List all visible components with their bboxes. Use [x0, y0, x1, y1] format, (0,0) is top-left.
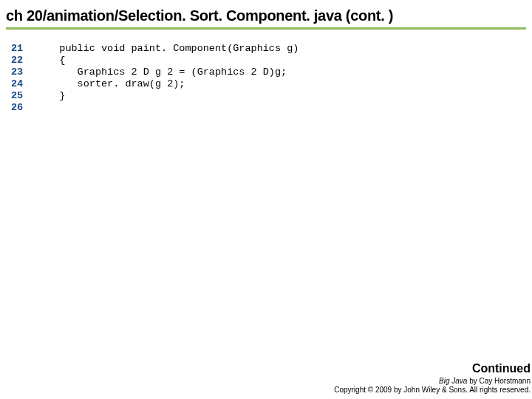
- book-title: Big Java: [439, 377, 467, 385]
- code-line: 25 }: [0, 90, 532, 102]
- line-text: [41, 102, 532, 114]
- line-number: 21: [0, 43, 41, 55]
- code-line: 21 public void paint. Component(Graphics…: [0, 43, 532, 55]
- slide-footer: Continued Big Java by Cay Horstmann Copy…: [334, 362, 531, 395]
- line-number: 24: [0, 78, 41, 90]
- line-number: 25: [0, 90, 41, 102]
- line-text: {: [41, 55, 532, 66]
- line-text: }: [41, 90, 532, 102]
- line-text: public void paint. Component(Graphics g): [41, 43, 532, 55]
- code-listing: 21 public void paint. Component(Graphics…: [0, 30, 532, 114]
- code-line: 22 {: [0, 55, 532, 66]
- line-number: 22: [0, 55, 41, 66]
- line-number: 23: [0, 66, 41, 78]
- author-name: by Cay Horstmann: [467, 377, 531, 385]
- line-text: sorter. draw(g 2);: [41, 78, 532, 90]
- continued-label: Continued: [334, 362, 531, 375]
- copyright-line-1: Big Java by Cay Horstmann: [334, 377, 531, 386]
- code-line: 26: [0, 102, 532, 114]
- code-line: 24 sorter. draw(g 2);: [0, 78, 532, 90]
- line-text: Graphics 2 D g 2 = (Graphics 2 D)g;: [41, 66, 532, 78]
- slide-header: ch 20/animation/Selection. Sort. Compone…: [0, 0, 532, 30]
- line-number: 26: [0, 102, 41, 114]
- code-line: 23 Graphics 2 D g 2 = (Graphics 2 D)g;: [0, 66, 532, 78]
- slide-title: ch 20/animation/Selection. Sort. Compone…: [6, 7, 526, 24]
- copyright-line-2: Copyright © 2009 by John Wiley & Sons. A…: [334, 386, 531, 395]
